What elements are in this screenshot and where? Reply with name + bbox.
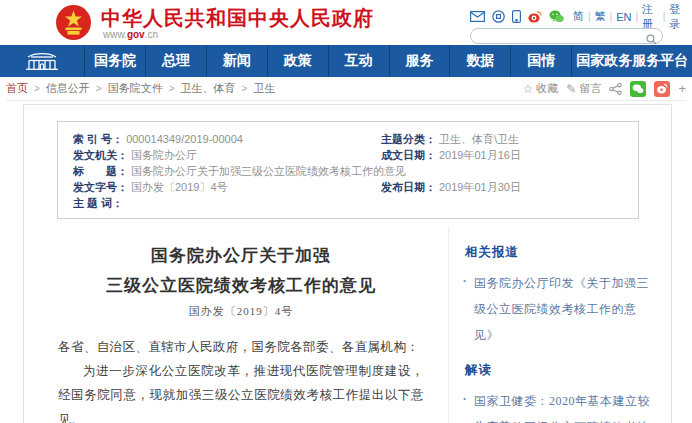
- interpretation-heading: 解读: [465, 362, 659, 379]
- site-url[interactable]: www.gov.cn: [103, 29, 158, 40]
- nav-item-state-council[interactable]: 国务院: [84, 45, 145, 77]
- national-emblem-logo[interactable]: [55, 4, 92, 41]
- wechat-icon[interactable]: [549, 10, 564, 23]
- breadcrumb-health-sports[interactable]: 卫生、体育: [181, 81, 236, 96]
- document-title-line2: 三级公立医院绩效考核工作的意见: [58, 271, 424, 301]
- paragraph-salutation: 各省、自治区、直辖市人民政府，国务院各部委、各直属机构：: [58, 335, 424, 359]
- document-title-line1: 国务院办公厅关于加强: [58, 241, 424, 271]
- lang-links: 简| 繁| EN| 注册| 登录: [573, 2, 686, 32]
- document-number: 国办发〔2019〕4号: [58, 304, 424, 319]
- nav-home-tiananmen-icon[interactable]: [0, 45, 84, 77]
- nav-item-data[interactable]: 数据: [449, 45, 510, 77]
- pencil-icon: ✎: [566, 82, 576, 96]
- search-box: [470, 28, 663, 44]
- site-header: 中华人民共和国中央人民政府 www.gov.cn: [0, 0, 692, 45]
- lang-traditional[interactable]: 繁: [595, 9, 606, 24]
- nav-item-gov-service-platform[interactable]: 国家政务服务平台: [571, 45, 692, 77]
- breadcrumb: 首页 > 信息公开 > 国务院文件 > 卫生、体育 > 卫生: [6, 81, 275, 96]
- related-reports-section: 相关报道 • 国务院办公厅印发《关于加强三级公立医院绩效考核工作的意见》: [463, 244, 659, 348]
- meta-keywords: 主 题 词：: [73, 195, 623, 211]
- meta-document-number: 发文字号：国办发〔2019〕4号: [73, 179, 381, 195]
- search-input[interactable]: [479, 29, 644, 43]
- disc-icon[interactable]: [492, 10, 505, 23]
- favorite-button[interactable]: ☆ 收藏: [523, 81, 559, 96]
- breadcrumb-row: 首页 > 信息公开 > 国务院文件 > 卫生、体育 > 卫生 ☆ 收藏 ✎ 留言: [6, 77, 686, 101]
- nav-item-policy[interactable]: 政策: [267, 45, 328, 77]
- breadcrumb-separator: >: [96, 83, 102, 94]
- nav-item-national-conditions[interactable]: 国情: [510, 45, 571, 77]
- breadcrumb-health[interactable]: 卫生: [253, 81, 275, 96]
- interpretation-link[interactable]: • 国家卫健委：2020年基本建立较为完善的三级公立医院绩效考核体系: [463, 389, 659, 423]
- page-tools: ☆ 收藏 ✎ 留言 +: [523, 81, 686, 97]
- more-share-button[interactable]: +: [678, 81, 686, 96]
- sidebar: 相关报道 • 国务院办公厅印发《关于加强三级公立医院绩效考核工作的意见》 解读 …: [449, 227, 671, 423]
- meta-title: 标 题：国务院办公厅关于加强三级公立医院绩效考核工作的意见: [73, 163, 623, 179]
- bullet-icon: •: [463, 390, 467, 409]
- main-nav: 国务院 总理 新闻 政策 互动 服务 数据 国情 国家政务服务平台: [0, 45, 692, 77]
- header-tools: 简| 繁| EN| 注册| 登录: [470, 9, 686, 44]
- meta-topic-category: 主题分类：卫生、体育\卫生: [381, 131, 623, 147]
- breadcrumb-separator: >: [242, 83, 248, 94]
- register-link[interactable]: 注册: [642, 2, 659, 32]
- meta-written-date: 成文日期：2019年01月16日: [381, 147, 623, 163]
- document-card: 索 引 号：000014349/2019-00004 主题分类：卫生、体育\卫生…: [23, 104, 672, 423]
- site-title: 中华人民共和国中央人民政府: [101, 5, 374, 32]
- lang-simplified[interactable]: 简: [573, 9, 584, 24]
- paragraph-intro: 为进一步深化公立医院改革，推进现代医院管理制度建设，经国务院同意，现就加强三级公…: [58, 359, 424, 423]
- interpretation-section: 解读 • 国家卫健委：2020年基本建立较为完善的三级公立医院绩效考核体系 • …: [463, 362, 659, 423]
- star-icon: ☆: [523, 82, 534, 96]
- wechat-share-icon[interactable]: [630, 81, 646, 97]
- mobile-icon[interactable]: [512, 10, 521, 23]
- nav-item-services[interactable]: 服务: [389, 45, 450, 77]
- breadcrumb-separator: >: [34, 83, 40, 94]
- login-link[interactable]: 登录: [669, 2, 686, 32]
- meta-publish-date: 发布日期：2019年01月30日: [381, 179, 623, 195]
- breadcrumb-state-council-docs[interactable]: 国务院文件: [108, 81, 163, 96]
- breadcrumb-separator: >: [169, 83, 175, 94]
- comment-button[interactable]: ✎ 留言: [566, 81, 601, 96]
- meta-issuing-agency: 发文机关：国务院办公厅: [73, 147, 381, 163]
- weibo-share-icon[interactable]: [654, 81, 670, 97]
- document-body: 国务院办公厅关于加强 三级公立医院绩效考核工作的意见 国办发〔2019〕4号 各…: [24, 227, 448, 423]
- nav-item-interaction[interactable]: 互动: [328, 45, 389, 77]
- meta-index-number: 索 引 号：000014349/2019-00004: [73, 131, 381, 147]
- weibo-icon[interactable]: [528, 10, 542, 23]
- related-reports-heading: 相关报道: [465, 244, 659, 261]
- nav-item-premier[interactable]: 总理: [145, 45, 206, 77]
- search-icon[interactable]: [646, 31, 657, 49]
- mail-icon[interactable]: [470, 11, 485, 22]
- document-meta-table: 索 引 号：000014349/2019-00004 主题分类：卫生、体育\卫生…: [57, 121, 639, 219]
- lang-english[interactable]: EN: [616, 11, 631, 23]
- related-report-link[interactable]: • 国务院办公厅印发《关于加强三级公立医院绩效考核工作的意见》: [463, 271, 659, 348]
- bullet-icon: •: [463, 272, 467, 291]
- breadcrumb-home[interactable]: 首页: [6, 81, 28, 96]
- share-icon[interactable]: [609, 83, 622, 95]
- breadcrumb-info-disclosure[interactable]: 信息公开: [46, 81, 90, 96]
- nav-item-news[interactable]: 新闻: [206, 45, 267, 77]
